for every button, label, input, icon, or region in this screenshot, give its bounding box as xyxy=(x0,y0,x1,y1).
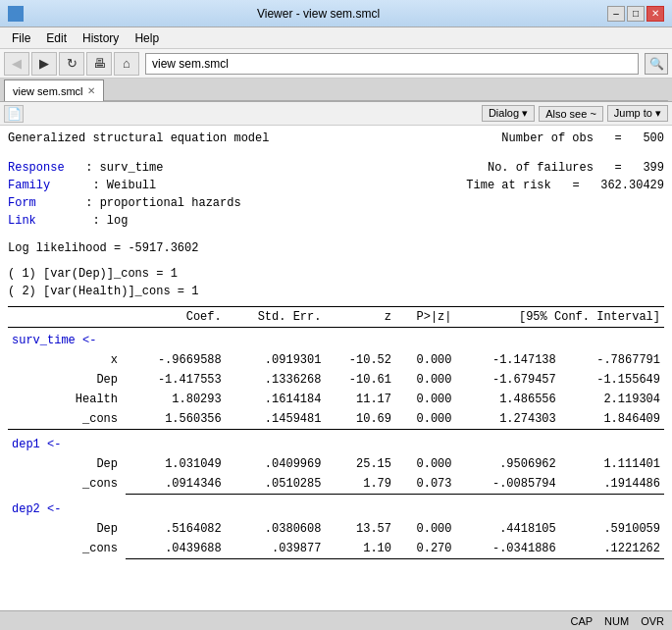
toolbar: ◀ ▶ ↻ 🖶 ⌂ 🔍 xyxy=(0,49,672,79)
window-title: Viewer - view sem.smcl xyxy=(29,7,607,21)
status-cap: CAP xyxy=(570,615,593,627)
table-row: Health 1.80293 .1614184 11.17 0.000 1.48… xyxy=(8,390,664,409)
col-coef: Coef. xyxy=(126,307,226,328)
model-title: Generalized structural equation model xyxy=(8,130,269,147)
menu-history[interactable]: History xyxy=(75,29,127,47)
menu-edit[interactable]: Edit xyxy=(38,29,75,47)
constraint1: ( 1) [var(Dep)]_cons = 1 xyxy=(8,265,664,283)
table-row: Dep 1.031049 .0409969 25.15 0.000 .95069… xyxy=(8,454,664,474)
address-bar[interactable] xyxy=(145,53,639,75)
failures-value: 399 xyxy=(643,161,664,175)
constraint2: ( 2) [var(Health)]_cons = 1 xyxy=(8,283,664,300)
dialog-button[interactable]: Dialog ▾ xyxy=(482,105,535,122)
group-row-dep1: dep1 <- xyxy=(8,430,664,455)
col-se: Std. Err. xyxy=(226,307,326,328)
menu-file[interactable]: File xyxy=(4,29,38,47)
form-label: Form xyxy=(8,196,36,210)
family-value: : Weibull xyxy=(92,179,156,192)
response-label: Response xyxy=(8,161,65,175)
viewer-toolbar: 📄 Dialog ▾ Also see ~ Jump to ▾ xyxy=(0,102,672,126)
menu-help[interactable]: Help xyxy=(127,29,167,47)
close-button[interactable]: ✕ xyxy=(646,6,664,22)
table-row: _cons .0439688 .039877 1.10 0.270 -.0341… xyxy=(8,539,664,559)
viewer-icon: 📄 xyxy=(4,105,24,123)
title-bar: Viewer - view sem.smcl – □ ✕ xyxy=(0,0,672,27)
menu-bar: File Edit History Help xyxy=(0,27,672,49)
col-z: z xyxy=(325,307,395,328)
tab-label: view sem.smcl xyxy=(13,85,83,97)
scroll-area[interactable]: Generalized structural equation model Nu… xyxy=(0,126,672,610)
results-table: Coef. Std. Err. z P>|z| [95% Conf. Inter… xyxy=(8,306,664,559)
maximize-button[interactable]: □ xyxy=(627,6,645,22)
minimize-button[interactable]: – xyxy=(607,6,625,22)
jump-to-button[interactable]: Jump to ▾ xyxy=(607,105,668,122)
forward-button[interactable]: ▶ xyxy=(31,52,57,76)
failures-label: No. of failures xyxy=(488,161,594,175)
link-label: Link xyxy=(8,214,36,228)
col-ci: [95% Conf. Interval] xyxy=(456,307,664,328)
search-button[interactable]: 🔍 xyxy=(645,53,668,75)
table-row: Dep -1.417553 .1336268 -10.61 0.000 -1.6… xyxy=(8,370,664,390)
table-row: x -.9669588 .0919301 -10.52 0.000 -1.147… xyxy=(8,350,664,370)
tabs-bar: view sem.smcl ✕ xyxy=(0,79,672,102)
table-row: _cons .0914346 .0510285 1.79 0.073 -.008… xyxy=(8,474,664,495)
group-row-dep2: dep2 <- xyxy=(8,495,664,520)
home-button[interactable]: ⌂ xyxy=(114,52,139,76)
response-value: : surv_time xyxy=(85,161,163,175)
refresh-button[interactable]: ↻ xyxy=(59,52,84,76)
time-at-risk-label: Time at risk xyxy=(466,179,550,192)
status-num: NUM xyxy=(604,615,629,627)
col-p: P>|z| xyxy=(395,307,456,328)
tab-view-sem[interactable]: view sem.smcl ✕ xyxy=(4,79,104,101)
app-icon xyxy=(8,6,24,22)
time-value: 362.30429 xyxy=(600,179,664,192)
form-value: : proportional hazards xyxy=(85,196,240,210)
family-label: Family xyxy=(8,179,50,192)
back-button[interactable]: ◀ xyxy=(4,52,29,76)
link-value: : log xyxy=(92,214,128,228)
also-see-button[interactable]: Also see ~ xyxy=(539,106,603,122)
content-area: 📄 Dialog ▾ Also see ~ Jump to ▾ Generali… xyxy=(0,102,672,610)
tabs-end xyxy=(104,79,668,101)
tab-close-button[interactable]: ✕ xyxy=(87,85,95,96)
obs-info: Number of obs = 500 xyxy=(501,130,664,147)
log-likelihood: Log likelihood = -5917.3602 xyxy=(8,239,664,257)
status-bar: CAP NUM OVR xyxy=(0,610,672,630)
status-ovr: OVR xyxy=(641,615,664,627)
window-controls: – □ ✕ xyxy=(607,6,664,22)
group-row-survtime: surv_time <- xyxy=(8,328,664,351)
print-button[interactable]: 🖶 xyxy=(86,52,112,76)
table-row: _cons 1.560356 .1459481 10.69 0.000 1.27… xyxy=(8,409,664,430)
table-row: Dep .5164082 .0380608 13.57 0.000 .44181… xyxy=(8,519,664,539)
